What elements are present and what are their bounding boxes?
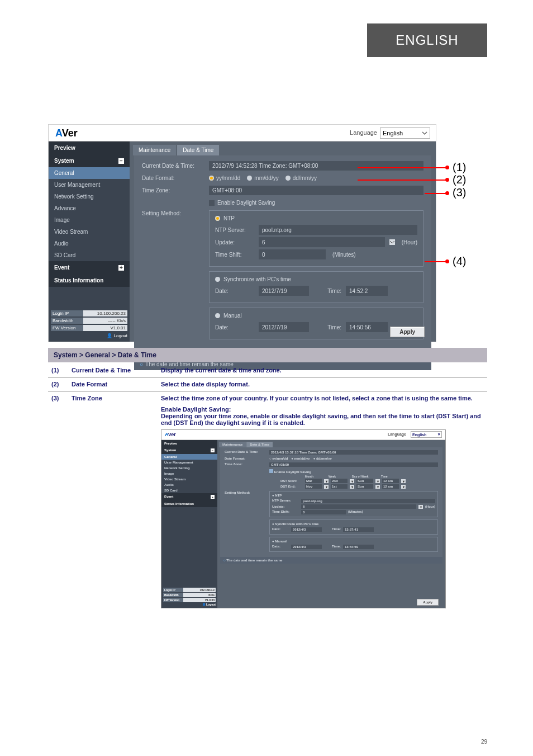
chevron-down-icon: ▾ (418, 505, 423, 509)
thumb-shift[interactable]: 0 (301, 510, 346, 514)
sidebar-item-advance[interactable]: Advance (49, 202, 130, 214)
sidebar-status-info[interactable]: Status Information (49, 274, 130, 287)
thumb-sb-image[interactable]: Image (161, 471, 217, 476)
chevron-down-icon: ▾ (375, 485, 380, 489)
sidebar-preview[interactable]: Preview (49, 141, 130, 154)
thumb-dstend-time[interactable]: 12 am (382, 484, 399, 489)
thumb-sb-general[interactable]: General (161, 454, 217, 460)
chevron-down-icon (422, 130, 427, 136)
manual-time-label: Time: (313, 324, 341, 330)
sidebar-item-audio[interactable]: Audio (49, 238, 130, 249)
thumb-update[interactable]: 6 (301, 504, 416, 509)
thumb-apply-button[interactable]: Apply (417, 599, 439, 606)
thumb-radio-ntp[interactable]: ● NTP (272, 494, 435, 497)
thumb-radio-fmt1[interactable]: ○ yy/mm/dd (269, 457, 288, 460)
minus-icon: − (211, 448, 215, 452)
manual-time-input[interactable]: 14:50:56 (346, 322, 388, 332)
thumb-radio-fmt3[interactable]: ● dd/mm/yy (313, 457, 332, 460)
time-shift-input[interactable]: 0 (259, 249, 326, 259)
timezone-select[interactable]: GMT+08:00 (209, 186, 423, 195)
radio-ntp[interactable] (215, 216, 220, 221)
thumb-sb-status[interactable]: Status Information (161, 500, 217, 507)
update-select[interactable]: 6 (259, 237, 385, 247)
thumb-radio-fmt2[interactable]: ● mm/dd/yy (291, 457, 310, 460)
thumb-man-date[interactable]: 2012/4/3 (291, 545, 322, 549)
radio-yy-mm-dd[interactable]: yy/mm/dd (209, 175, 240, 181)
sidebar-item-user-management[interactable]: User Management (49, 179, 130, 191)
main-screenshot: AVer Language English Preview System − G… (48, 124, 436, 342)
doc-language-tab: ENGLISH (367, 23, 487, 57)
desc-row-3-text: Select the time zone of your country. If… (158, 391, 487, 612)
callout-line-1 (358, 167, 447, 168)
chevron-down-icon (389, 239, 395, 245)
thumb-sb-system[interactable]: System− (161, 447, 217, 454)
tab-date-time[interactable]: Date & Time (177, 145, 219, 155)
thumb-dstend-dow[interactable]: Sun (356, 484, 373, 489)
thumb-sb-network[interactable]: Network Setting (161, 465, 217, 471)
info-icon: ○ (223, 559, 226, 562)
thumb-radio-manual[interactable]: ● Manual (272, 540, 435, 543)
manual-date-input[interactable]: 2012/7/19 (259, 322, 309, 332)
thumb-dststart-month[interactable]: Mar (305, 479, 322, 483)
thumb-sb-video[interactable]: Video Stream (161, 476, 217, 482)
thumb-dststart-dow[interactable]: Sun (356, 479, 373, 483)
sidebar-item-sd-card[interactable]: SD Card (49, 249, 130, 261)
thumb-sb-preview[interactable]: Preview (161, 440, 217, 447)
thumb-dststart-week[interactable]: 2nd (331, 479, 348, 483)
sidebar-item-video-stream[interactable]: Video Stream (49, 226, 130, 238)
thumb-language-select[interactable]: English▾ (411, 431, 442, 438)
thumb-dstend-week[interactable]: 1st (331, 484, 348, 489)
thumb-language-label: Language (388, 432, 406, 436)
tab-maintenance[interactable]: Maintenance (133, 145, 176, 155)
thumb-ntp-server[interactable]: pool.ntp.org (301, 499, 435, 503)
login-ip-label: Login IP (51, 310, 83, 316)
thumb-sb-user-mgmt[interactable]: User Management (161, 460, 217, 465)
fw-version-value: V1.0.01 (83, 325, 127, 331)
thumb-dststart-time[interactable]: 12 am (382, 479, 399, 483)
time-shift-label: Time Shift: (215, 252, 254, 258)
sidebar-item-general[interactable]: General (49, 167, 130, 179)
thumb-radio-sync[interactable]: ● Synchronize with PC's time (272, 522, 435, 526)
plus-icon: + (211, 495, 215, 499)
radio-dd-mm-yy[interactable]: dd/mm/yy (285, 175, 317, 181)
language-select[interactable]: English (380, 127, 430, 139)
logout-link[interactable]: 👤 Logout (51, 332, 127, 338)
callout-dot-1 (445, 166, 449, 169)
dst-checkbox-label: Enable Daylight Saving (217, 200, 275, 206)
thumb-man-time[interactable]: 13:54:59 (343, 545, 374, 549)
sidebar: Preview System − General User Management… (49, 141, 130, 342)
radio-sync-pc[interactable] (215, 277, 220, 282)
sync-time-label: Time: (313, 288, 341, 294)
thumb-sb-audio[interactable]: Audio (161, 482, 217, 488)
radio-mm-dd-yy[interactable]: mm/dd/yy (247, 175, 278, 181)
timezone-label: Time Zone: (142, 187, 209, 193)
thumb-dstend-month[interactable]: Nov (305, 484, 322, 489)
chevron-down-icon: ▾ (401, 485, 406, 489)
desc-title: System > General > Date & Time (48, 348, 487, 362)
dst-checkbox[interactable] (209, 200, 215, 206)
dst-screenshot: AVer Language English▾ Preview System− G… (161, 429, 446, 608)
radio-manual[interactable] (215, 313, 220, 318)
sidebar-item-network-setting[interactable]: Network Setting (49, 191, 130, 202)
date-format-label: Date Format: (142, 175, 209, 181)
desc-dst-subtitle: Enable Daylight Saving: (161, 406, 484, 413)
desc-row-2-num: (2) (48, 377, 68, 391)
thumb-tab-datetime[interactable]: Date & Time (246, 442, 273, 447)
chevron-down-icon: ▾ (350, 479, 354, 483)
bandwidth-value: ----- Kb/s (83, 318, 127, 324)
thumb-tz-select[interactable]: GMT+08:00 (269, 462, 438, 467)
sidebar-system[interactable]: System − (49, 154, 130, 167)
thumb-sb-event[interactable]: Event+ (161, 493, 217, 500)
page-number: 29 (481, 739, 487, 745)
sidebar-item-image[interactable]: Image (49, 214, 130, 226)
sidebar-event[interactable]: Event + (49, 261, 130, 274)
callout-line-2 (358, 179, 447, 181)
thumb-tab-maintenance[interactable]: Maintenance (219, 442, 246, 447)
thumb-logout[interactable]: 👤 Logout (163, 603, 216, 606)
ntp-server-input[interactable]: pool.ntp.org (259, 225, 417, 235)
thumb-dst-checkbox[interactable] (269, 469, 273, 473)
thumb-sb-sdcard[interactable]: SD Card (161, 488, 217, 493)
sync-pc-box: Synchronize with PC's time Date: 2012/7/… (209, 271, 423, 303)
sync-time-value: 14:52:2 (346, 286, 388, 296)
apply-button[interactable]: Apply (390, 327, 425, 337)
